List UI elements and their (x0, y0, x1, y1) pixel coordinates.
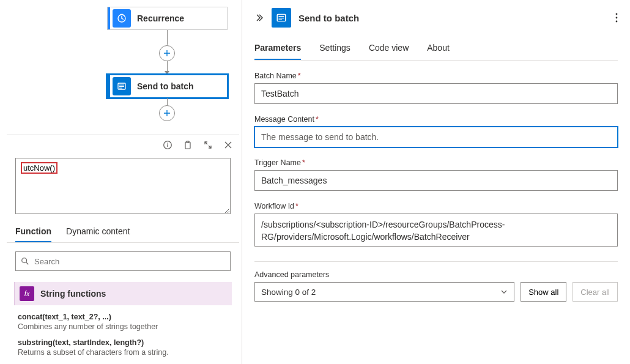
category-label: String functions (40, 289, 106, 299)
close-icon[interactable] (222, 139, 234, 151)
collapse-icon[interactable] (254, 13, 264, 23)
function-description: Combines any number of strings together (18, 322, 228, 331)
svg-point-8 (616, 13, 618, 15)
svg-point-9 (616, 17, 618, 19)
node-send-to-batch[interactable]: Send to batch (107, 75, 228, 98)
chevron-down-icon (500, 288, 508, 295)
panel-tabs: Parameters Settings Code view About (254, 35, 618, 61)
node-recurrence[interactable]: Recurrence (107, 7, 228, 30)
info-icon[interactable] (161, 139, 174, 151)
field-message-content: Message Content* (254, 115, 618, 147)
clear-all-button: Clear all (573, 282, 618, 302)
tab-dynamic-content[interactable]: Dynamic content (66, 226, 130, 242)
message-content-input[interactable] (254, 127, 618, 147)
expand-icon[interactable] (202, 139, 214, 151)
tab-parameters[interactable]: Parameters (254, 35, 301, 60)
connector-line (167, 98, 168, 105)
svg-point-6 (22, 258, 27, 263)
add-step-button[interactable] (159, 45, 175, 61)
action-config-panel: Send to batch Parameters Settings Code v… (242, 0, 630, 364)
popup-toolbar (7, 135, 239, 155)
field-label: Trigger Name* (254, 158, 618, 167)
tab-settings[interactable]: Settings (319, 35, 350, 60)
function-signature: concat(text_1, text_2?, ...) (18, 313, 228, 321)
field-workflow-id: Workflow Id* /subscriptions/<subscriptio… (254, 202, 618, 249)
batch-icon (272, 8, 291, 28)
fx-icon: fx (20, 286, 34, 301)
expression-input[interactable]: utcNow() (15, 158, 231, 214)
show-all-button[interactable]: Show all (521, 282, 566, 302)
popup-tabs: Function Dynamic content (7, 214, 239, 243)
workflow-id-input[interactable]: /subscriptions/<subscription-ID>/resourc… (254, 214, 618, 247)
tab-function[interactable]: Function (15, 226, 51, 242)
search-icon (21, 257, 29, 266)
advanced-select-text: Showing 0 of 2 (261, 288, 316, 297)
advanced-label: Advanced parameters (254, 270, 514, 279)
node-accent (108, 7, 110, 29)
field-label: Message Content* (254, 115, 618, 124)
clipboard-icon[interactable] (182, 139, 194, 151)
trigger-name-input[interactable] (254, 170, 618, 191)
connector-line (167, 30, 168, 45)
tab-about[interactable]: About (427, 35, 450, 60)
add-step-button[interactable] (159, 105, 175, 121)
expression-editor-popup: utcNow() Function Dynamic content fx Str… (7, 134, 239, 364)
panel-title: Send to batch (298, 13, 359, 23)
node-label: Send to batch (137, 81, 194, 91)
svg-point-10 (616, 21, 618, 23)
function-item-substring[interactable]: substring(text, startIndex, length?) Ret… (7, 331, 239, 357)
advanced-select[interactable]: Showing 0 of 2 (254, 282, 514, 302)
category-string-functions[interactable]: fx String functions (14, 282, 232, 305)
search-input[interactable] (34, 257, 225, 266)
field-label: Workflow Id* (254, 202, 618, 210)
function-item-concat[interactable]: concat(text_1, text_2?, ...) Combines an… (7, 305, 239, 331)
node-accent (108, 75, 110, 97)
function-description: Returns a subset of characters from a st… (18, 348, 228, 357)
batch-icon (113, 77, 131, 95)
clock-icon (113, 9, 131, 28)
more-icon[interactable] (615, 13, 618, 23)
advanced-parameters-row: Advanced parameters Showing 0 of 2 Show … (254, 270, 618, 302)
tab-code-view[interactable]: Code view (369, 35, 409, 60)
field-label: Batch Name* (254, 72, 618, 80)
svg-point-3 (167, 143, 168, 144)
designer-canvas: Recurrence Send to batch (0, 0, 242, 364)
panel-header: Send to batch (254, 0, 618, 35)
function-signature: substring(text, startIndex, length?) (18, 338, 228, 347)
search-input-wrap[interactable] (15, 251, 231, 271)
field-trigger-name: Trigger Name* (254, 158, 618, 191)
node-label: Recurrence (137, 13, 184, 23)
expression-text: utcNow() (21, 162, 57, 174)
divider (254, 261, 618, 262)
batch-name-input[interactable] (254, 83, 618, 104)
field-batch-name: Batch Name* (254, 72, 618, 104)
